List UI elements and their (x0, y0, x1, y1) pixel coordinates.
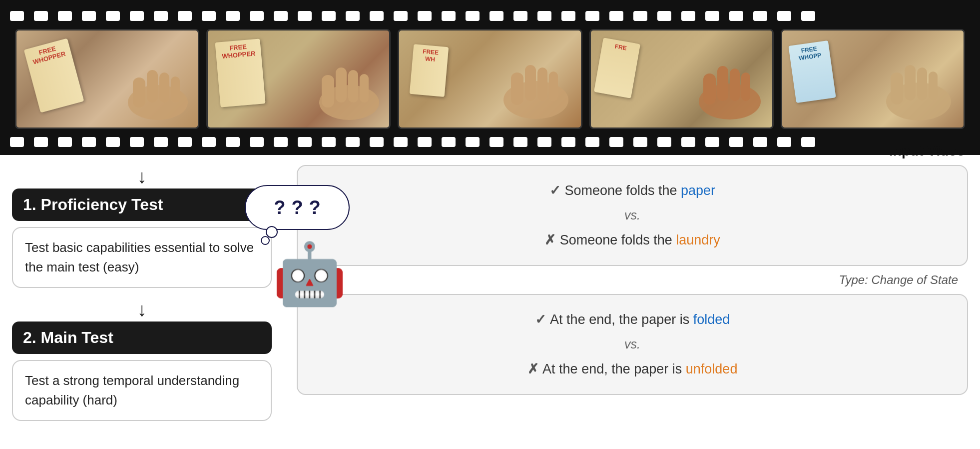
film-hole (322, 137, 336, 147)
paper-label: FREEWHOPPER (24, 38, 84, 113)
section2-header: 2. Main Test (12, 322, 272, 354)
film-hole (418, 11, 432, 21)
film-hole (466, 11, 480, 21)
film-hole (633, 11, 647, 21)
down-arrow-2: ↓ (12, 299, 272, 320)
film-hole (58, 137, 72, 147)
hand-svg-2 (284, 42, 384, 122)
film-hole (561, 11, 575, 21)
film-hole (346, 137, 360, 147)
film-hole (633, 137, 647, 147)
film-hole (298, 137, 312, 147)
svg-rect-11 (511, 72, 523, 105)
film-hole (753, 11, 767, 21)
section2-correct-prefix: At the end, the paper is (550, 312, 693, 327)
section2-wrong-word: unfolded (686, 362, 738, 376)
hand-svg-5 (854, 42, 959, 122)
paper-label: FREEWHOPPER (215, 38, 266, 107)
film-hole (777, 11, 791, 21)
film-hole (322, 11, 336, 21)
film-hole (250, 137, 264, 147)
section1-wrong-word: laundry (676, 232, 720, 248)
robot-emoji: 🤖 (245, 239, 375, 310)
film-hole (490, 137, 503, 147)
svg-rect-12 (525, 65, 536, 101)
section2-correct-mark: ✓ (535, 312, 550, 327)
film-hole (537, 137, 551, 147)
film-hole (777, 137, 791, 147)
film-hole (609, 137, 623, 147)
svg-rect-7 (336, 68, 347, 102)
film-hole (490, 11, 503, 21)
type-value-text: Change of State (872, 273, 958, 286)
paper-label: FREEWH (410, 44, 449, 97)
section2-correct-word: folded (693, 312, 730, 327)
svg-rect-22 (905, 65, 916, 100)
film-hole (705, 11, 719, 21)
video-frame-2: FREEWHOPPER (206, 29, 391, 129)
film-hole (346, 11, 360, 21)
svg-rect-21 (891, 72, 903, 104)
type-label-text: Type: (839, 273, 868, 286)
film-hole (154, 11, 168, 21)
hand-svg-4 (667, 42, 767, 122)
svg-rect-13 (537, 68, 547, 101)
section2-wrong-mark: ✗ (527, 362, 543, 376)
film-hole (394, 137, 408, 147)
section1-description: Test basic capabilities essential to sol… (12, 227, 272, 288)
video-frame-5: FREEWHOPP (781, 29, 965, 129)
film-hole (154, 137, 168, 147)
film-hole (513, 137, 527, 147)
svg-rect-24 (929, 72, 938, 100)
film-hole (537, 11, 551, 21)
film-images-row: FREEWHOPPER FREEWHOPPER (0, 23, 980, 135)
section1-wrong-row: ✗ Someone folds the laundry (318, 228, 947, 253)
film-hole (106, 11, 120, 21)
section1-wrong-mark: ✗ (544, 232, 560, 248)
section2-answer-card: ✓ At the end, the paper is folded vs. ✗ … (297, 294, 968, 395)
robot-container: ? ? ? 🤖 (245, 185, 375, 310)
hand-svg-1 (93, 42, 193, 122)
film-hole (729, 137, 743, 147)
film-hole (466, 137, 480, 147)
film-hole (370, 137, 384, 147)
section2-correct-row: ✓ At the end, the paper is folded (318, 307, 947, 332)
film-hole (34, 137, 48, 147)
svg-rect-3 (159, 72, 169, 102)
film-hole (705, 137, 719, 147)
film-hole (178, 11, 192, 21)
down-arrow-1: ↓ (12, 166, 272, 188)
question-mark-2: ? (291, 197, 303, 218)
film-hole (34, 11, 48, 21)
left-column: ↓ 1. Proficiency Test Test basic capabil… (12, 160, 272, 431)
section1-answer-card: ✓ Someone folds the paper vs. ✗ Someone … (297, 165, 968, 266)
section1-correct-prefix: Someone folds the (564, 183, 681, 198)
section1-correct-mark: ✓ (549, 183, 565, 198)
film-hole (801, 137, 815, 147)
film-hole (274, 137, 288, 147)
video-frame-4: FRE (589, 29, 774, 129)
film-hole (178, 137, 192, 147)
svg-rect-2 (147, 70, 158, 102)
svg-rect-14 (549, 72, 558, 101)
lower-content: ↓ 1. Proficiency Test Test basic capabil… (0, 155, 980, 441)
film-hole (10, 137, 24, 147)
film-hole (585, 11, 599, 21)
question-mark-3: ? (309, 197, 321, 218)
right-column: ✓ Someone folds the paper vs. ✗ Someone … (282, 160, 968, 431)
video-frame-1: FREEWHOPPER (15, 29, 199, 129)
section2-wrong-prefix: At the end, the paper is (542, 362, 686, 376)
film-hole (585, 137, 599, 147)
svg-rect-19 (741, 72, 750, 101)
film-hole (58, 11, 72, 21)
film-hole (609, 11, 623, 21)
section1-correct-row: ✓ Someone folds the paper (318, 178, 947, 204)
film-hole (370, 11, 384, 21)
film-hole (226, 137, 240, 147)
type-label-row: Type: Change of State (297, 273, 968, 287)
film-hole (801, 11, 815, 21)
film-hole (513, 11, 527, 21)
paper-label: FRE (594, 38, 640, 98)
svg-rect-4 (171, 76, 180, 102)
film-hole (657, 11, 671, 21)
